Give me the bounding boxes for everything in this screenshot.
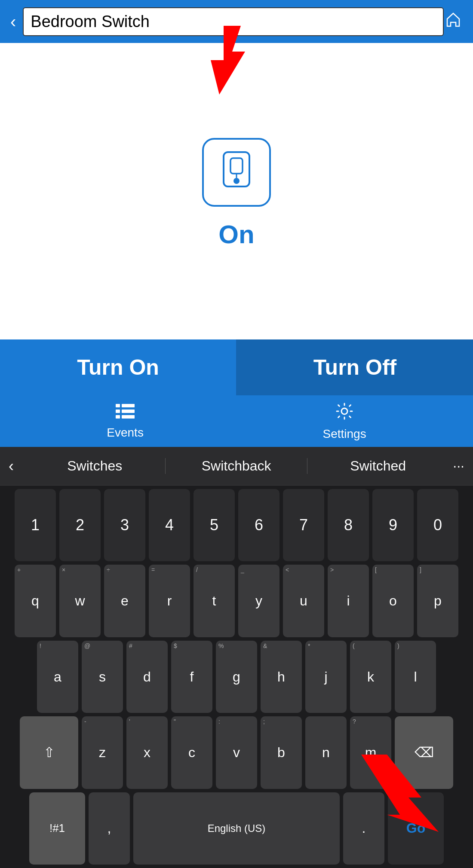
key-2[interactable]: 2 [59,489,101,561]
period-key[interactable]: . [343,792,384,865]
autocomplete-word-3[interactable]: Switched [307,458,448,474]
action-buttons: Turn On Turn Off [0,339,473,395]
key-0[interactable]: 0 [417,489,458,561]
special-key[interactable]: !#1 [29,792,85,865]
key-l[interactable]: )l [395,641,436,713]
key-8[interactable]: 8 [328,489,369,561]
key-r[interactable]: =r [149,565,190,637]
device-status: On [218,220,254,249]
key-i[interactable]: >i [328,565,369,637]
key-x[interactable]: 'x [126,716,168,789]
comma-key[interactable]: , [89,792,130,865]
key-s[interactable]: @s [82,641,123,713]
events-icon [116,403,135,423]
turn-on-button[interactable]: Turn On [0,339,237,395]
autocomplete-more[interactable]: ··· [453,458,464,474]
key-4[interactable]: 4 [149,489,190,561]
svg-rect-7 [116,410,120,413]
key-q[interactable]: +q [15,565,56,637]
keyboard-rows: 1 2 3 4 5 6 7 8 9 0 +q ×w ÷e =r /t _y <u… [0,486,473,868]
bottom-nav: Events Settings [0,395,473,447]
autocomplete-word-1[interactable]: Switches [24,458,166,474]
key-3[interactable]: 3 [104,489,145,561]
key-f[interactable]: $f [171,641,212,713]
svg-rect-9 [116,415,120,419]
svg-point-3 [233,178,240,184]
svg-rect-10 [122,415,135,419]
key-n[interactable]: n [305,716,347,789]
key-j[interactable]: *j [305,641,347,713]
key-h[interactable]: &h [261,641,302,713]
key-o[interactable]: [o [372,565,414,637]
key-y[interactable]: _y [238,565,280,637]
autocomplete-word-2[interactable]: Switchback [166,458,307,474]
key-m[interactable]: ?m [350,716,391,789]
turn-off-button[interactable]: Turn Off [237,339,473,395]
settings-icon [335,402,354,425]
nav-events[interactable]: Events [107,403,144,440]
space-key[interactable]: English (US) [133,792,340,865]
svg-rect-5 [116,404,120,407]
key-v[interactable]: :v [216,716,257,789]
header: ‹ [0,0,473,43]
autocomplete-bar: ‹ Switches Switchback Switched ··· [0,447,473,486]
app-container: ‹ On Turn On Turn Off [0,0,473,447]
key-row-zxcv: ⇧ -z 'x "c :v ;b n ?m ⌫ [4,716,469,789]
key-5[interactable]: 5 [194,489,235,561]
svg-rect-6 [122,404,135,407]
key-row-bottom: !#1 , English (US) . Go [4,792,469,865]
svg-point-11 [341,408,347,414]
device-icon-wrapper [202,138,271,207]
autocomplete-back[interactable]: ‹ [9,457,14,475]
key-b[interactable]: ;b [261,716,302,789]
key-d[interactable]: #d [126,641,168,713]
key-w[interactable]: ×w [59,565,101,637]
key-a[interactable]: !a [37,641,78,713]
key-g[interactable]: %g [216,641,257,713]
go-key[interactable]: Go [388,792,444,865]
shift-key[interactable]: ⇧ [20,716,78,789]
keyboard-container: ‹ Switches Switchback Switched ··· 1 2 3… [0,447,473,868]
switch-icon [215,149,258,196]
key-z[interactable]: -z [82,716,123,789]
back-button[interactable]: ‹ [10,12,16,31]
svg-rect-8 [122,410,135,413]
key-1[interactable]: 1 [15,489,56,561]
key-6[interactable]: 6 [238,489,280,561]
key-9[interactable]: 9 [372,489,414,561]
backspace-key[interactable]: ⌫ [395,716,453,789]
nav-settings[interactable]: Settings [323,402,366,441]
settings-label: Settings [323,427,366,441]
autocomplete-words: Switches Switchback Switched [24,458,448,474]
svg-rect-2 [230,158,243,174]
home-button[interactable] [444,10,463,33]
key-row-numbers: 1 2 3 4 5 6 7 8 9 0 [4,489,469,561]
key-7[interactable]: 7 [283,489,324,561]
key-e[interactable]: ÷e [104,565,145,637]
key-row-asdf: !a @s #d $f %g &h *j (k )l [4,641,469,713]
key-p[interactable]: ]p [417,565,458,637]
main-content: On [0,43,473,339]
key-u[interactable]: <u [283,565,324,637]
key-t[interactable]: /t [194,565,235,637]
key-row-qwerty: +q ×w ÷e =r /t _y <u >i [o ]p [4,565,469,637]
key-c[interactable]: "c [171,716,212,789]
events-label: Events [107,426,144,440]
search-input[interactable] [23,7,444,36]
key-k[interactable]: (k [350,641,391,713]
